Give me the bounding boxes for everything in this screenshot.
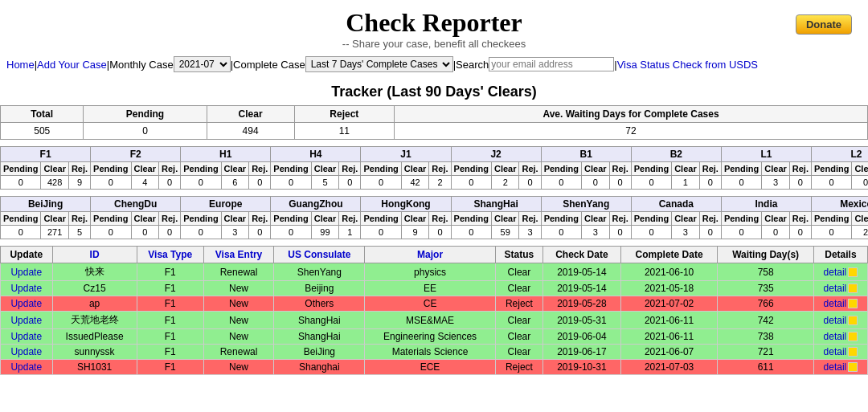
consulate-stat-cell: 0	[159, 226, 181, 239]
consulate-subheader: Pending	[1, 212, 41, 226]
cell-visa_type: F1	[137, 263, 203, 281]
table-row: Update快来F1RenewalShenYangphysicsClear201…	[1, 263, 868, 281]
cell-waiting: 742	[718, 312, 813, 329]
cell-visa_type: F1	[137, 329, 203, 345]
col-header-id: ID	[52, 247, 137, 263]
visa-subheader: Rej.	[159, 162, 181, 176]
col-header-details: Details	[813, 247, 867, 263]
consulate-subheader: Rej.	[339, 212, 361, 226]
navbar: Home | Add Your Case | Monthly Case 2021…	[0, 53, 868, 75]
summary-header-clear: Clear	[207, 106, 294, 123]
cell-visa_entry: New	[203, 360, 274, 375]
cell-major: Materials Science	[365, 345, 495, 360]
visa-stat-cell: 1	[672, 176, 700, 190]
visa-subheader: Rej.	[249, 162, 271, 176]
consulate-stat-cell: 0	[181, 226, 221, 239]
cell-visa_entry: New	[203, 329, 274, 345]
consulate-header-Canada: Canada	[631, 197, 721, 212]
consulate-subheader: Pending	[271, 212, 311, 226]
nav-monthly-label: Monthly Case	[109, 59, 173, 71]
detail-link[interactable]: detail	[824, 315, 847, 326]
consulate-header-HongKong: HongKong	[361, 197, 451, 212]
visa-stat-cell: 0	[609, 176, 631, 190]
cell-detail: detail	[813, 329, 867, 345]
cell-status: Clear	[495, 281, 542, 296]
search-input[interactable]	[489, 57, 614, 71]
cell-visa_type: F1	[137, 312, 203, 329]
summary-total: 505	[1, 123, 84, 140]
table-row: UpdateCz15F1NewBeijingEEClear2019-05-142…	[1, 281, 868, 296]
table-row: UpdateIssuedPleaseF1NewShangHaiEngineeri…	[1, 329, 868, 345]
donate-button[interactable]: Donate	[796, 14, 852, 35]
col-link-ID[interactable]: ID	[90, 249, 100, 260]
visa-subheader: Pending	[811, 162, 851, 176]
nav-add-case[interactable]: Add Your Case	[37, 59, 107, 71]
cell-consulate: Others	[274, 296, 365, 312]
col-link-Major[interactable]: Major	[417, 249, 443, 260]
yellow-indicator	[848, 347, 858, 357]
update-link[interactable]: Update	[10, 283, 42, 294]
cell-id: IssuedPlease	[52, 329, 137, 345]
consulate-stat-cell: 0	[762, 226, 790, 239]
consulate-stat-cell: 0	[131, 226, 159, 239]
yellow-indicator	[848, 332, 858, 341]
detail-link[interactable]: detail	[824, 267, 847, 278]
consulate-subheader: Pending	[361, 212, 401, 226]
cell-consulate: ShenYang	[274, 263, 365, 281]
visa-subheader: Rej.	[699, 162, 721, 176]
visa-subheader: Pending	[451, 162, 491, 176]
consulate-subheader: Pending	[631, 212, 671, 226]
cell-update: Update	[1, 329, 53, 345]
detail-link[interactable]: detail	[824, 298, 847, 309]
update-link[interactable]: Update	[10, 315, 42, 326]
consulate-subheader: Rej.	[609, 212, 631, 226]
visa-subheader: Pending	[721, 162, 761, 176]
col-link-US Consulate[interactable]: US Consulate	[288, 249, 350, 260]
detail-link[interactable]: detail	[824, 346, 847, 357]
cell-check_date: 2019-06-17	[543, 345, 621, 360]
visa-stat-cell: 0	[852, 176, 868, 190]
monthly-select[interactable]: 2021-07	[174, 56, 231, 72]
detail-link[interactable]: detail	[824, 331, 847, 342]
detail-link[interactable]: detail	[824, 361, 847, 373]
cell-visa_entry: New	[203, 281, 274, 296]
consulate-stat-cell: 0	[541, 226, 581, 239]
visa-subheader: Pending	[1, 162, 41, 176]
complete-select[interactable]: Last 7 Days' Complete Cases	[305, 56, 453, 72]
cell-major: CE	[365, 296, 495, 312]
update-link[interactable]: Update	[10, 361, 42, 373]
detail-link[interactable]: detail	[824, 283, 847, 294]
consulate-subheader: Rej.	[699, 212, 721, 226]
consulate-stat-cell: 0	[451, 226, 491, 239]
cell-major: MSE&MAE	[365, 312, 495, 329]
visa-stat-cell: 2	[429, 176, 451, 190]
visa-stat-cell: 0	[339, 176, 361, 190]
update-link[interactable]: Update	[10, 331, 42, 342]
consulate-stat-cell: 0	[271, 226, 311, 239]
col-link-Visa Type[interactable]: Visa Type	[148, 249, 192, 260]
nav-search-label: Search	[456, 59, 489, 71]
visa-header-L2: L2	[811, 147, 868, 162]
nav-home[interactable]: Home	[6, 59, 35, 71]
visa-stat-cell: 0	[721, 176, 761, 190]
nav-visa-status[interactable]: Visa Status Check from USDS	[617, 59, 758, 71]
col-header-visa-type: Visa Type	[137, 247, 203, 263]
cell-check_date: 2019-06-04	[543, 329, 621, 345]
col-link-Visa Entry[interactable]: Visa Entry	[215, 249, 262, 260]
update-link[interactable]: Update	[10, 346, 42, 357]
visa-stat-cell: 0	[519, 176, 541, 190]
visa-subheader: Pending	[181, 162, 221, 176]
consulate-subheader: Rej.	[249, 212, 271, 226]
consulate-subheader: Clear	[582, 212, 610, 226]
update-link[interactable]: Update	[10, 298, 42, 309]
consulate-stat-cell: 0	[429, 226, 451, 239]
visa-subheader: Clear	[762, 162, 790, 176]
visa-stat-cell: 0	[631, 176, 671, 190]
cell-visa_entry: New	[203, 312, 274, 329]
cell-visa_type: F1	[137, 345, 203, 360]
consulate-header-Europe: Europe	[181, 197, 271, 212]
cell-waiting: 738	[718, 329, 813, 345]
update-link[interactable]: Update	[10, 267, 42, 278]
cell-waiting: 735	[718, 281, 813, 296]
col-header-us-consulate: US Consulate	[274, 247, 365, 263]
